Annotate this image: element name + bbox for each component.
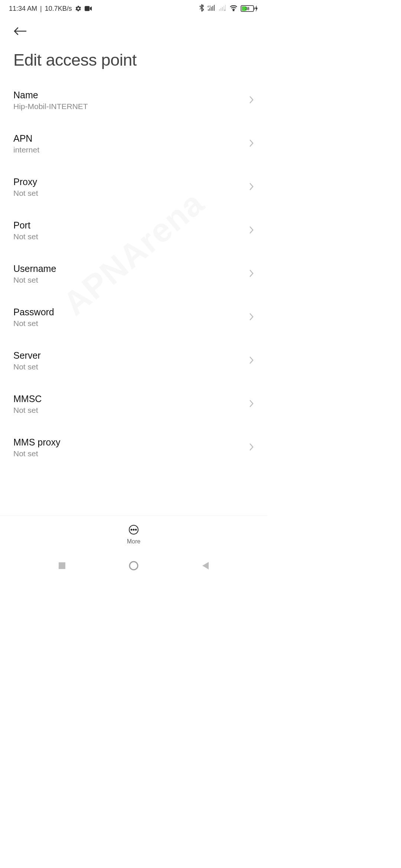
setting-label: Server — [13, 350, 41, 361]
setting-label: Password — [13, 307, 54, 318]
setting-port[interactable]: Port Not set — [0, 209, 267, 252]
svg-point-13 — [233, 10, 234, 11]
svg-rect-8 — [221, 8, 221, 11]
setting-value: Hip-Mobil-INTERNET — [13, 102, 88, 111]
status-netspeed: 10.7KB/s — [45, 5, 72, 13]
setting-label: Port — [13, 220, 38, 231]
chevron-right-icon — [249, 95, 254, 106]
status-bar: 11:34 AM | 10.7KB/s 4G × 38 — [0, 0, 267, 17]
setting-username[interactable]: Username Not set — [0, 252, 267, 296]
battery-icon: 38 — [241, 5, 258, 12]
svg-rect-4 — [211, 7, 212, 11]
setting-value: Not set — [13, 232, 38, 241]
setting-server[interactable]: Server Not set — [0, 339, 267, 382]
svg-rect-3 — [209, 8, 210, 11]
svg-point-17 — [135, 529, 136, 530]
status-bar-left: 11:34 AM | 10.7KB/s — [9, 5, 92, 13]
setting-label: Name — [13, 90, 88, 101]
svg-text:4G: 4G — [207, 5, 211, 8]
status-divider: | — [40, 5, 42, 13]
chevron-right-icon — [249, 182, 254, 193]
chevron-right-icon — [249, 312, 254, 323]
svg-text:×: × — [224, 9, 226, 11]
chevron-right-icon — [249, 356, 254, 366]
setting-label: MMS proxy — [13, 437, 60, 448]
more-button[interactable]: More — [127, 524, 140, 545]
bottom-action-bar: More — [0, 516, 267, 553]
setting-value: Not set — [13, 406, 42, 415]
back-button[interactable] — [12, 23, 28, 39]
svg-point-19 — [130, 562, 138, 570]
setting-mms-proxy[interactable]: MMS proxy Not set — [0, 426, 267, 469]
svg-rect-5 — [212, 6, 213, 11]
svg-rect-2 — [208, 9, 209, 11]
setting-password[interactable]: Password Not set — [0, 296, 267, 339]
settings-list[interactable]: APNArena Name Hip-Mobil-INTERNET APN int… — [0, 79, 267, 516]
svg-rect-18 — [59, 562, 65, 569]
more-icon — [128, 524, 139, 537]
more-label: More — [127, 538, 140, 545]
chevron-right-icon — [249, 269, 254, 279]
nav-back-button[interactable] — [199, 559, 212, 572]
header — [0, 17, 267, 39]
nav-recent-button[interactable] — [56, 559, 68, 572]
chevron-right-icon — [249, 226, 254, 236]
setting-label: MMSC — [13, 394, 42, 404]
navigation-bar — [0, 553, 267, 579]
setting-label: Proxy — [13, 177, 38, 187]
setting-value: internet — [13, 145, 39, 154]
signal-sim2-icon: × — [218, 4, 226, 13]
setting-label: APN — [13, 133, 39, 144]
status-bar-right: 4G × 38 — [199, 4, 258, 13]
gear-icon — [75, 5, 82, 12]
bluetooth-icon — [199, 4, 204, 13]
svg-rect-9 — [222, 7, 223, 11]
svg-rect-7 — [219, 9, 220, 11]
chevron-right-icon — [249, 139, 254, 149]
svg-rect-0 — [85, 6, 89, 11]
chevron-right-icon — [249, 443, 254, 453]
svg-point-16 — [133, 529, 134, 530]
signal-4g-icon: 4G — [207, 4, 215, 13]
svg-point-15 — [131, 529, 132, 530]
nav-home-button[interactable] — [127, 559, 140, 572]
setting-value: Not set — [13, 189, 38, 198]
setting-proxy[interactable]: Proxy Not set — [0, 165, 267, 209]
setting-value: Not set — [13, 319, 54, 328]
svg-rect-6 — [214, 5, 215, 11]
setting-value: Not set — [13, 362, 41, 371]
wifi-icon — [229, 4, 238, 13]
chevron-right-icon — [249, 399, 254, 410]
setting-value: Not set — [13, 449, 60, 458]
setting-apn[interactable]: APN internet — [0, 122, 267, 165]
camera-icon — [85, 6, 92, 11]
status-time: 11:34 AM — [9, 5, 37, 13]
setting-name[interactable]: Name Hip-Mobil-INTERNET — [0, 79, 267, 122]
page-title: Edit access point — [0, 39, 267, 79]
setting-label: Username — [13, 263, 56, 274]
setting-value: Not set — [13, 276, 56, 285]
setting-mmsc[interactable]: MMSC Not set — [0, 382, 267, 426]
